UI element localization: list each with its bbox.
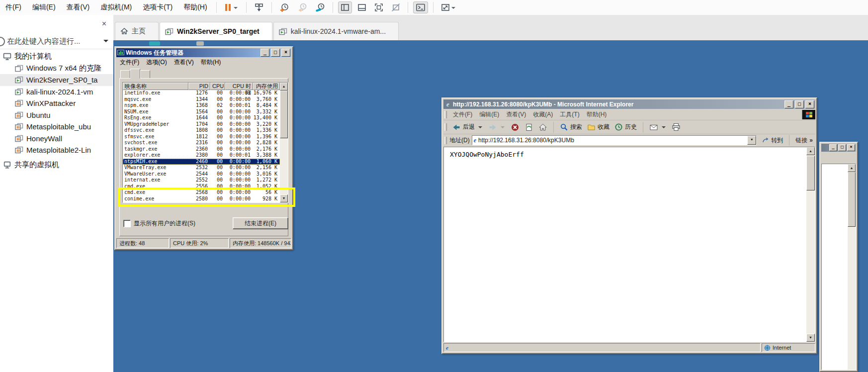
scrollbar-thumb[interactable] — [848, 172, 856, 227]
menu-item[interactable]: 选项卡(T) — [137, 3, 178, 12]
process-row[interactable]: nspm.exe 1368 02 0:00:01 8,484 K — [123, 102, 280, 109]
menu-item[interactable]: 收藏(A) — [529, 110, 556, 119]
scrollbar-thumb[interactable] — [280, 91, 288, 138]
fullscreen-button[interactable] — [372, 1, 386, 13]
menu-item[interactable]: 帮助(H) — [197, 58, 225, 67]
manage-snapshots-button[interactable] — [313, 1, 328, 14]
maximize-button[interactable]: □ — [271, 49, 280, 57]
menu-item[interactable]: 文件(F) — [449, 110, 476, 119]
sidebar-vm-item[interactable]: Win2kServer_SP0_ta — [0, 74, 113, 86]
column-header[interactable]: 内存使用 — [253, 83, 280, 90]
home-button[interactable] — [536, 122, 550, 133]
menu-item[interactable]: 查看(V) — [61, 3, 95, 12]
task-manager-tab[interactable] — [130, 69, 140, 79]
chevron-down-icon[interactable] — [662, 126, 666, 130]
process-row[interactable]: dfssvc.exe 1808 00 0:00:00 1,336 K — [123, 127, 280, 134]
sidebar-vm-item[interactable]: WinXPattacker — [0, 97, 113, 109]
sidebar-vm-item[interactable]: HoneyWall — [0, 133, 113, 145]
menu-item[interactable]: 件(F) — [0, 3, 27, 12]
process-row[interactable]: mqsvc.exe 1344 00 0:00:00 3,760 K — [123, 96, 280, 103]
search-button[interactable]: 搜索 — [557, 122, 585, 132]
address-dropdown-icon[interactable]: ▼ — [747, 136, 756, 145]
process-row[interactable]: sfmsvc.exe 1812 00 0:00:00 1,396 K — [123, 134, 280, 140]
sidebar-vm-item[interactable]: Metasploitable2-Lin — [0, 144, 113, 156]
process-row[interactable]: NSUM.exe 1564 00 0:00:00 3,332 K — [123, 109, 280, 115]
minimize-button[interactable]: _ — [260, 49, 269, 57]
guest-desktop[interactable]: Windows 任务管理器 _ □ × 文件(F)选项(O)查看(V)帮助(H)… — [113, 40, 868, 372]
pause-vm-button[interactable] — [222, 1, 241, 13]
process-row[interactable]: inetinfo.exe 1276 00 0:00:03 16,976 K — [123, 90, 280, 96]
process-row[interactable]: VMUpgradeHelper 1704 00 0:00:00 3,220 K — [123, 121, 280, 128]
toolbar-grip[interactable] — [444, 137, 447, 144]
show-all-processes-checkbox[interactable] — [123, 220, 131, 227]
column-header[interactable]: CPU 时间 — [225, 83, 253, 90]
menu-item[interactable]: 虚拟机(M) — [95, 3, 137, 12]
menu-item[interactable]: 文件(F) — [116, 58, 143, 67]
print-button[interactable] — [669, 122, 683, 132]
address-input[interactable]: e http://192.168.31.26:8080/kpK3UMb ▼ — [472, 135, 757, 145]
partial-window-titlebar[interactable]: _ □ × — [821, 144, 856, 152]
column-header[interactable]: PID — [188, 83, 210, 90]
sidebar-vm-item[interactable]: kali-linux-2024.1-vm — [0, 86, 113, 98]
end-process-button[interactable]: 结束进程(E) — [233, 217, 288, 229]
close-button[interactable]: × — [281, 49, 290, 57]
chevron-down-icon[interactable] — [234, 7, 238, 11]
forward-button[interactable] — [486, 122, 508, 133]
maximize-button[interactable]: □ — [838, 144, 846, 151]
menu-item[interactable]: 选项(O) — [143, 58, 170, 67]
show-all-processes-control[interactable]: 显示所有用户的进程(S) — [123, 219, 195, 228]
process-row[interactable]: taskmgr.exe 2360 00 0:00:00 2,176 K — [123, 146, 280, 153]
scroll-up-icon[interactable]: ▲ — [806, 147, 815, 155]
unity-mode-button[interactable] — [389, 1, 403, 13]
go-button[interactable]: 转到 — [760, 135, 785, 146]
favorites-button[interactable]: 收藏 — [585, 122, 612, 132]
menu-item[interactable]: 查看(V) — [503, 110, 529, 119]
mail-button[interactable] — [647, 122, 669, 132]
toggle-thumbnail-bar-button[interactable] — [355, 1, 369, 13]
toolbar-grip[interactable] — [444, 111, 447, 118]
process-row[interactable]: internat.exe 2552 00 0:00:00 1,272 K — [123, 177, 280, 184]
chevron-down-icon[interactable] — [478, 126, 482, 130]
scrollbar-thumb[interactable] — [806, 156, 815, 190]
scroll-up-icon[interactable]: ▲ — [280, 83, 288, 91]
menu-item[interactable]: 工具(T) — [556, 110, 583, 119]
maximize-button[interactable]: □ — [795, 100, 804, 108]
menu-item[interactable]: 查看(V) — [171, 58, 197, 67]
process-row[interactable]: RsEng.exe 1644 00 0:00:00 13,400 K — [123, 115, 280, 121]
background-window-partial[interactable]: _ □ × ▲ — [819, 142, 858, 372]
process-row[interactable]: ntpsMIH.exe 2460 00 0:00:00 1,060 K — [123, 159, 280, 165]
sidebar-item-shared-vms[interactable]: 共享的虚拟机 — [0, 159, 113, 171]
task-manager-tab[interactable] — [120, 70, 130, 79]
partial-window-scrollbar[interactable]: ▲ — [848, 164, 856, 370]
ie-titlebar[interactable]: e http://192.168.31.26:8080/kpK3UMb - Mi… — [443, 99, 815, 109]
process-row[interactable]: svchost.exe 2316 00 0:00:00 2,828 K — [123, 140, 280, 146]
scroll-up-icon[interactable]: ▲ — [848, 164, 856, 172]
process-row[interactable]: explorer.exe 2380 00 0:00:01 3,388 K — [123, 152, 280, 159]
process-row[interactable]: VMwareUser.exe 2544 00 0:00:00 3,016 K — [123, 171, 280, 178]
history-button[interactable]: 历史 — [612, 122, 639, 132]
task-manager-tab[interactable] — [140, 70, 150, 79]
process-list-scrollbar[interactable]: ▲ ▼ — [280, 83, 288, 202]
ie-vertical-scrollbar[interactable]: ▲ ▼ — [806, 147, 815, 342]
fit-guest-button[interactable] — [438, 1, 459, 13]
sidebar-vm-item[interactable]: Metasploitable_ubu — [0, 121, 113, 133]
task-manager-titlebar[interactable]: Windows 任务管理器 _ □ × — [116, 48, 291, 57]
sidebar-close-icon[interactable]: × — [102, 20, 106, 28]
revert-snapshot-button[interactable] — [295, 1, 310, 14]
vm-tab[interactable]: Win2kServer_SP0_target — [160, 22, 272, 40]
menu-item[interactable]: 帮助(H) — [583, 110, 610, 119]
scroll-down-icon[interactable]: ▼ — [806, 334, 815, 342]
library-search-box[interactable]: 在此处键入内容进行... — [0, 34, 113, 49]
take-snapshot-button[interactable] — [277, 1, 292, 14]
sidebar-vm-item[interactable]: Ubuntu — [0, 109, 113, 121]
ie-page-content[interactable]: XYOJQOwPoNyjAboErff ▲ ▼ — [443, 147, 815, 342]
column-header[interactable]: CPU — [210, 83, 225, 90]
chevron-down-icon[interactable] — [451, 7, 455, 11]
console-view-button[interactable] — [413, 1, 428, 13]
menu-item[interactable]: 帮助(H) — [178, 3, 212, 12]
refresh-button[interactable] — [522, 122, 536, 133]
minimize-button[interactable]: _ — [784, 100, 793, 108]
links-button[interactable]: 链接 » — [793, 135, 815, 146]
close-button[interactable]: × — [847, 144, 855, 151]
sidebar-vm-item[interactable]: Windows 7 x64 的克隆 — [0, 63, 113, 75]
